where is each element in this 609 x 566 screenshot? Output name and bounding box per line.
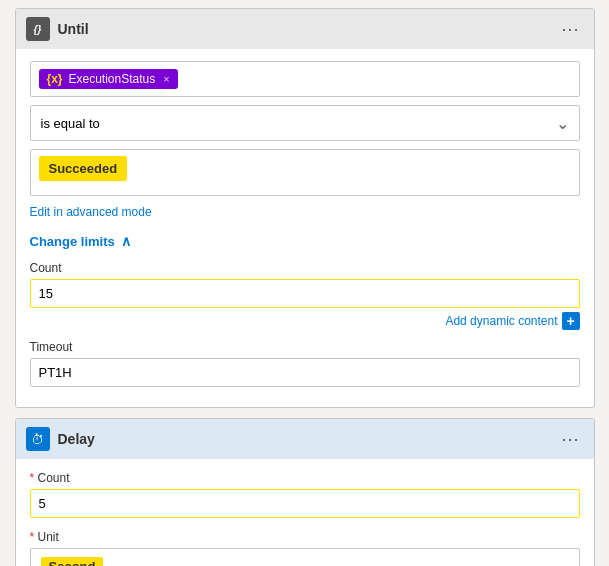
delay-more-options-button[interactable]: ···	[557, 429, 583, 450]
execution-pill-label: ExecutionStatus	[69, 72, 156, 86]
chevron-up-icon: ∧	[121, 233, 131, 249]
add-dynamic-content-row[interactable]: Add dynamic content +	[30, 312, 580, 330]
until-header-left: {} Until	[26, 17, 89, 41]
chevron-down-icon: ⌄	[556, 114, 569, 133]
delay-title: Delay	[58, 431, 95, 447]
delay-unit-label: Unit	[30, 530, 580, 544]
until-title: Until	[58, 21, 89, 37]
delay-body: Count Unit Second ⌄	[16, 459, 594, 566]
execution-status-pill[interactable]: {x} ExecutionStatus ×	[39, 69, 178, 89]
delay-unit-dropdown[interactable]: Second ⌄	[30, 548, 580, 566]
until-icon-text: {}	[34, 24, 42, 35]
count-input-wrapper	[30, 279, 580, 308]
add-dynamic-content-label: Add dynamic content	[445, 314, 557, 328]
edit-advanced-link[interactable]: Edit in advanced mode	[30, 205, 152, 219]
execution-pill-close[interactable]: ×	[163, 73, 169, 85]
delay-count-label: Count	[30, 471, 580, 485]
delay-header-left: ⏱ Delay	[26, 427, 95, 451]
timeout-input[interactable]	[30, 358, 580, 387]
delay-icon-box: ⏱	[26, 427, 50, 451]
until-more-options-button[interactable]: ···	[557, 19, 583, 40]
count-label: Count	[30, 261, 580, 275]
execution-status-row: {x} ExecutionStatus ×	[30, 61, 580, 97]
chevron-down-icon: ⌄	[556, 557, 569, 567]
until-block: {} Until ··· {x} ExecutionStatus × is eq…	[15, 8, 595, 408]
delay-block: ⏱ Delay ··· Count Unit Second ⌄	[15, 418, 595, 566]
delay-header: ⏱ Delay ···	[16, 419, 594, 459]
timeout-label: Timeout	[30, 340, 580, 354]
change-limits-label: Change limits	[30, 234, 115, 249]
execution-pill-icon: {x}	[47, 72, 63, 86]
add-dynamic-content-button[interactable]: +	[562, 312, 580, 330]
until-body: {x} ExecutionStatus × is equal to ⌄ Succ…	[16, 49, 594, 407]
succeeded-value-row: Succeeded	[30, 149, 580, 196]
delay-count-input[interactable]	[30, 489, 580, 518]
condition-dropdown[interactable]: is equal to ⌄	[30, 105, 580, 141]
condition-dropdown-value: is equal to	[41, 116, 100, 131]
delay-unit-value: Second	[41, 557, 104, 567]
change-limits-toggle[interactable]: Change limits ∧	[30, 233, 580, 249]
count-input[interactable]	[30, 279, 580, 308]
delay-clock-icon: ⏱	[31, 432, 44, 447]
until-icon: {}	[26, 17, 50, 41]
timeout-section: Timeout	[30, 340, 580, 387]
until-header: {} Until ···	[16, 9, 594, 49]
succeeded-badge: Succeeded	[39, 156, 128, 181]
